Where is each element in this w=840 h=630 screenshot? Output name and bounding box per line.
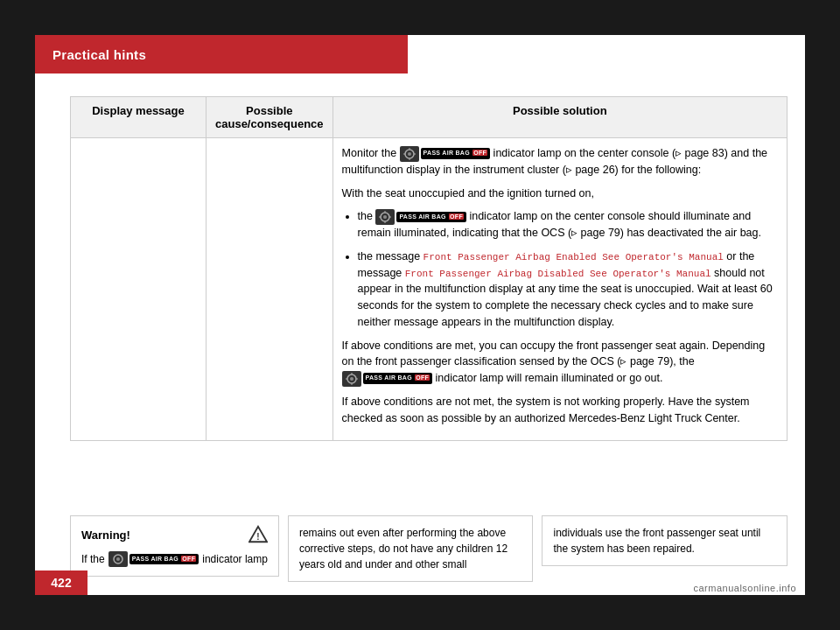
col-header-solution: Possible solution — [332, 97, 787, 138]
cell-solution: Monitor the — [332, 138, 787, 441]
main-table: Display message Possible cause/consequen… — [70, 96, 788, 441]
svg-text:!: ! — [256, 532, 259, 542]
col-header-cause: Possible cause/consequence — [206, 97, 333, 138]
pass-air-bag-badge-3: PASS AIR BAG OFF — [363, 373, 433, 384]
warning-header: Warning! ! — [81, 525, 268, 544]
warning-box: Warning! ! If the PASS AIR BAG OFF indic… — [70, 515, 279, 577]
airbag-badge-3: PASS AIR BAG OFF — [342, 371, 433, 387]
table-row: Monitor the — [71, 138, 788, 441]
svg-point-6 — [408, 152, 411, 156]
header-bar: Practical hints — [35, 35, 408, 74]
solution-para-3: If above conditions are met, you can occ… — [342, 338, 778, 387]
airbag-badge-warning: PASS AIR BAG OFF — [108, 551, 200, 567]
solution-list-item-2: the message Front Passenger Airbag Enabl… — [358, 248, 778, 331]
page-number: 422 — [35, 570, 88, 595]
bottom-section: Warning! ! If the PASS AIR BAG OFF indic… — [70, 515, 788, 582]
table-header-row: Display message Possible cause/consequen… — [71, 97, 788, 138]
solution-para-2: With the seat unoccupied and the ignitio… — [342, 186, 778, 202]
warning-body: If the PASS AIR BAG OFF indicator lamp — [81, 551, 268, 567]
off-label-1: OFF — [472, 150, 487, 156]
off-label-2: OFF — [449, 214, 464, 220]
solution-content: Monitor the — [342, 145, 778, 426]
svg-point-13 — [383, 215, 387, 219]
message-disabled: Front Passenger Airbag Disabled See Oper… — [405, 269, 711, 279]
solution-para-4: If above conditions are not met, the sys… — [342, 394, 778, 427]
pass-air-bag-badge-warning: PASS AIR BAG OFF — [130, 554, 200, 565]
airbag-svg-icon-1 — [400, 146, 419, 162]
solution-list: the — [358, 208, 778, 330]
airbag-badge-1: PASS AIR BAG OFF — [400, 146, 491, 162]
pass-air-bag-badge-2: PASS AIR BAG OFF — [396, 212, 466, 223]
off-label-warning: OFF — [181, 556, 196, 562]
warning-cont-1-text: remains out even after performing the ab… — [299, 527, 508, 570]
warning-body-prefix: If the — [81, 551, 105, 567]
warning-continuation-2: individuals use the front passenger seat… — [542, 515, 788, 566]
cell-display-message — [71, 138, 206, 441]
message-enabled: Front Passenger Airbag Enabled See Opera… — [424, 252, 724, 262]
cell-cause — [206, 138, 333, 441]
solution-list-item-1: the — [358, 208, 778, 242]
airbag-svg-icon-3 — [342, 371, 361, 387]
warning-continuation-1: remains out even after performing the ab… — [288, 515, 534, 582]
warning-title: Warning! — [81, 528, 130, 542]
col-header-display: Display message — [71, 97, 206, 138]
airbag-svg-icon-2 — [375, 209, 395, 225]
warning-cont-2-text: individuals use the front passenger seat… — [553, 527, 760, 555]
content-area: Display message Possible cause/consequen… — [70, 96, 788, 516]
svg-point-20 — [350, 377, 354, 381]
svg-point-24 — [116, 557, 120, 561]
airbag-badge-2: PASS AIR BAG OFF — [375, 209, 466, 225]
off-label-3: OFF — [415, 374, 430, 381]
warning-body-suffix: indicator lamp — [202, 551, 268, 567]
pass-air-bag-badge-1: PASS AIR BAG OFF — [421, 148, 491, 159]
airbag-svg-icon-warning — [108, 551, 128, 567]
page-title: Practical hints — [52, 47, 146, 62]
solution-para-1: Monitor the — [342, 145, 778, 178]
warning-triangle-icon: ! — [248, 525, 268, 544]
watermark: carmanualsonline.info — [693, 583, 796, 593]
